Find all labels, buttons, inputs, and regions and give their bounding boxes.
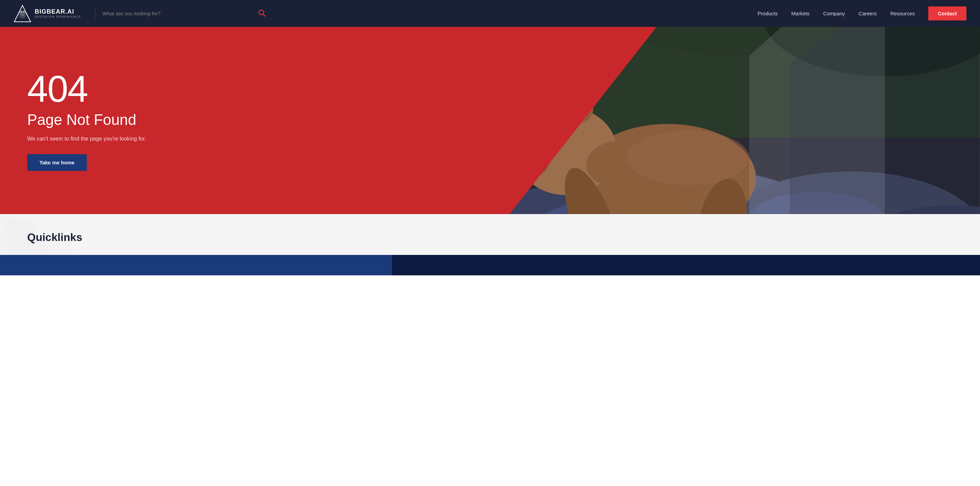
bottom-bars <box>0 255 980 275</box>
svg-point-36 <box>627 131 749 185</box>
hero-section: 404 Page Not Found We can't seem to find… <box>0 27 980 214</box>
bottom-bar-dark <box>392 255 980 275</box>
take-me-home-button[interactable]: Take me home <box>27 154 87 171</box>
error-title: Page Not Found <box>27 111 512 129</box>
quicklinks-title: Quicklinks <box>27 231 82 244</box>
nav-links: Products Markets Company Careers Resourc… <box>752 6 966 21</box>
nav-link-markets[interactable]: Markets <box>786 8 815 19</box>
svg-point-6 <box>23 11 24 12</box>
search-icon <box>258 9 266 17</box>
svg-point-4 <box>21 14 24 16</box>
logo-icon <box>14 5 31 22</box>
search-input[interactable] <box>102 8 266 19</box>
nav-link-company[interactable]: Company <box>818 8 850 19</box>
error-code: 404 <box>27 70 512 108</box>
contact-button[interactable]: Contact <box>928 6 966 21</box>
svg-line-8 <box>263 14 265 16</box>
search-container <box>102 8 266 19</box>
navbar: BIGBEAR.AI DECISION DOMINANCE Products M… <box>0 0 980 27</box>
search-button[interactable] <box>258 9 266 18</box>
nav-link-careers[interactable]: Careers <box>853 8 882 19</box>
logo[interactable]: BIGBEAR.AI DECISION DOMINANCE <box>14 5 89 22</box>
svg-marker-39 <box>749 27 885 214</box>
nav-link-products[interactable]: Products <box>752 8 783 19</box>
error-description: We can't seem to find the page you're lo… <box>27 136 170 142</box>
logo-subtext: DECISION DOMINANCE <box>35 15 81 18</box>
hero-content: 404 Page Not Found We can't seem to find… <box>0 27 539 214</box>
bottom-section: Quicklinks <box>0 214 980 275</box>
logo-text: BIGBEAR.AI <box>35 8 81 15</box>
nav-divider <box>95 7 95 21</box>
bottom-bar-light <box>0 255 392 275</box>
nav-link-resources[interactable]: Resources <box>885 8 920 19</box>
svg-point-5 <box>21 11 22 12</box>
